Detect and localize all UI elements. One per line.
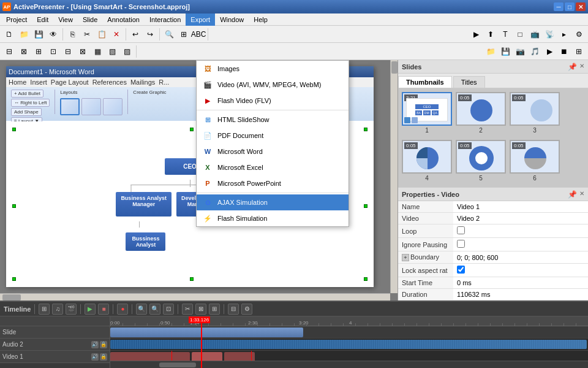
selection-handle-bm[interactable] [190,277,194,281]
lock-aspect-checkbox[interactable] [457,266,465,274]
toolbar2-right1[interactable]: 📁 [484,45,497,58]
tl-audio-mute[interactable]: 🔊 [91,341,99,348]
toolbar2-2[interactable]: ⊠ [17,45,31,58]
toolbar-new[interactable]: 🗋 [2,28,16,41]
tl-audio-lock[interactable]: 🔒 [100,341,107,348]
toolbar2-right7[interactable]: ⊞ [572,45,586,58]
slide-thumb-4[interactable]: 0:05 4 [402,140,452,184]
canvas-vscrollbar[interactable] [390,60,398,293]
tab-thumbnails[interactable]: Thumbnails [398,76,452,88]
props-close-btn[interactable]: ✕ [579,190,584,199]
toolbar2-5[interactable]: ⊟ [61,45,75,58]
minimize-button[interactable]: ─ [554,2,564,11]
menu-export[interactable]: Export [186,13,215,26]
layout-thumb-1[interactable] [60,98,80,115]
toolbar-text[interactable]: T [499,28,512,41]
toolbar2-7[interactable]: ▦ [91,45,104,58]
layout-thumb-2[interactable] [81,98,101,115]
toolbar-tv[interactable]: 📺 [528,28,541,41]
toolbar2-right4[interactable]: 🎵 [528,45,541,58]
toolbar-preview[interactable]: 👁 [47,28,60,41]
selection-handle-tl[interactable] [12,128,16,131]
toolbar-undo[interactable]: ↩ [129,28,142,41]
word-right-to-left[interactable]: ↔ Right to Left [11,99,50,107]
export-excel[interactable]: X Microsoft Excel [197,159,349,175]
tl-play-btn[interactable]: ▶ [85,304,96,315]
tl-zoom-in-btn[interactable]: 🔍 [149,304,160,315]
menu-annotation[interactable]: Annotation [102,13,145,26]
timeline-ruler[interactable]: 0:00 0:50 1:14 2:30 3:20 4 [110,316,588,326]
menu-help[interactable]: Help [249,13,273,26]
toolbar2-1[interactable]: ⊟ [2,45,16,58]
toolbar2-8[interactable]: ▧ [105,45,119,58]
tl-video-mute[interactable]: 🔊 [91,353,99,361]
toolbar-replace[interactable]: ⊞ [177,28,190,41]
toolbar2-right6[interactable]: ⏹ [557,45,571,58]
tl-stop-btn[interactable]: ■ [98,304,109,315]
selection-handle-tm[interactable] [190,128,194,131]
tl-merge-btn[interactable]: ⊞ [209,304,220,315]
tl-split-btn[interactable]: ⊠ [195,304,206,315]
toolbar-spell[interactable]: ABC [192,28,205,41]
toolbar-paste[interactable]: 📋 [95,28,108,41]
toolbar-open[interactable]: 📁 [17,28,31,41]
slide-img-5[interactable]: 0:05 [456,140,506,174]
tl-zoom-fit-btn[interactable]: ⊡ [163,304,174,315]
menu-project[interactable]: Project [1,13,32,26]
word-menu-r[interactable]: R... [159,79,169,86]
close-button[interactable]: ✕ [576,2,586,11]
audio-waveform[interactable] [110,340,587,349]
timeline-playhead[interactable]: 1:33.126 [201,316,202,368]
slide-thumb-1[interactable]: 3:21 CEO BA DM QA [402,92,452,136]
tl-btn-tracks[interactable]: ⊞ [39,304,50,315]
tl-scroll-thumb[interactable] [159,362,196,367]
toolbar2-6[interactable]: ⊠ [76,45,89,58]
toolbar-find[interactable]: 🔍 [162,28,176,41]
tl-btn-audio-tracks[interactable]: ♫ [52,304,63,315]
slide-thumb-6[interactable]: 0:05 6 [510,140,560,184]
toolbar-rss[interactable]: 📡 [543,28,556,41]
export-flash-video[interactable]: ▶ Flash Video (FLV) [197,93,349,109]
word-add-shape[interactable]: Add Shape [11,108,42,116]
toolbar-rect[interactable]: □ [513,28,527,41]
export-word[interactable]: W Microsoft Word [197,144,349,159]
slide-thumb-5[interactable]: 0:05 5 [456,140,506,184]
tl-settings-btn[interactable]: ⚙ [241,304,252,315]
toolbar-cut[interactable]: ✂ [80,28,94,41]
toolbar-save[interactable]: 💾 [32,28,45,41]
loop-checkbox[interactable] [457,226,465,234]
toolbar-more[interactable]: ▸ [557,28,571,41]
toolbar2-right2[interactable]: 💾 [499,45,512,58]
export-video[interactable]: 🎬 Video (AVI, WMV, MPEG4, WebM) [197,77,349,93]
tab-titles[interactable]: Titles [453,76,485,88]
tl-zoom-out-btn[interactable]: 🔍 [136,304,147,315]
toolbar-preview-r[interactable]: ▶ [469,28,483,41]
toolbar-delete[interactable]: ✕ [110,28,123,41]
selection-handle-ml[interactable] [12,204,16,208]
slide-clip[interactable] [110,328,303,337]
slide-img-4[interactable]: 0:05 [402,140,452,174]
selection-handle-tr[interactable] [364,128,368,131]
layout-thumb-3[interactable] [103,98,123,115]
slide-thumb-2[interactable]: 0:05 2 [456,92,506,136]
toolbar-redo[interactable]: ↪ [143,28,157,41]
toolbar2-4[interactable]: ⊡ [47,45,60,58]
export-flash-sim[interactable]: ⚡ Flash Simulation [197,210,349,226]
menu-interaction[interactable]: Interaction [145,13,186,26]
export-images[interactable]: 🖼 Images [197,61,349,77]
tl-more-btn[interactable]: ⊟ [228,304,239,315]
tl-cut-btn[interactable]: ✂ [182,304,193,315]
menu-view[interactable]: View [53,13,78,26]
toolbar2-3[interactable]: ⊞ [32,45,45,58]
slide-img-3[interactable]: 0:05 [510,92,560,126]
toolbar-copy[interactable]: ⎘ [66,28,79,41]
restore-button[interactable]: □ [565,2,575,11]
tl-btn-video-tracks[interactable]: 🎬 [66,304,77,315]
export-ajax[interactable]: ⊙ AJAX Simulation [197,194,349,210]
toolbar-gear[interactable]: ⚙ [572,28,586,41]
tl-record-btn[interactable]: ● [117,304,128,315]
word-menu-home[interactable]: Home [9,79,26,86]
ignore-pausing-checkbox[interactable] [457,240,465,248]
word-menu-insert[interactable]: Insert [30,79,47,86]
export-powerpoint[interactable]: P Microsoft PowerPoint [197,175,349,191]
